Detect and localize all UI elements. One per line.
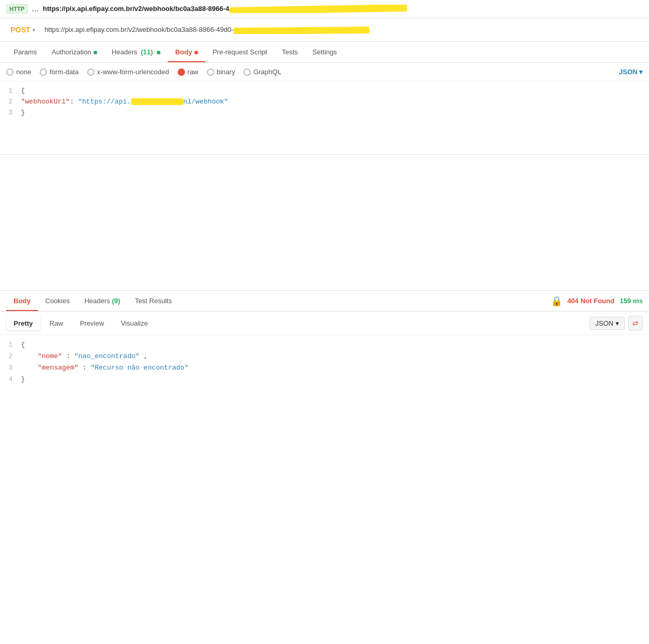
response-json-editor: 1 { 2 "nome" : "nao_encontrado" , 3 "men… — [0, 335, 649, 389]
body-type-graphql[interactable]: GraphQL — [244, 68, 281, 76]
response-tab-body[interactable]: Body — [6, 291, 38, 311]
radio-graphql — [244, 68, 251, 76]
url-text: https://pix.api.efipay.com.br/v2/webhook… — [43, 5, 643, 13]
resp-body-tabs: Pretty Raw Preview Visualize JSON ▾ ⇄ — [0, 312, 649, 335]
resp-line-1: 1 { — [0, 339, 649, 351]
resp-json-format-btn[interactable]: JSON ▾ — [589, 317, 625, 330]
url-dots: ... — [32, 4, 39, 14]
response-tab-cookies[interactable]: Cookies — [38, 291, 77, 311]
resp-format-row: JSON ▾ ⇄ — [589, 316, 643, 330]
resp-line-2: 2 "nome" : "nao_encontrado" , — [0, 351, 649, 362]
body-dot — [194, 51, 198, 54]
url-prefix: https://pix.api.efipay.com.br/v2/webhook… — [43, 5, 229, 13]
code-line-2: 2 "webhookUrl": "https://api.nl/webhook" — [0, 97, 649, 108]
tab-tests[interactable]: Tests — [274, 42, 305, 62]
resp-tab-pretty[interactable]: Pretty — [6, 316, 40, 330]
resp-tab-visualize[interactable]: Visualize — [113, 316, 155, 330]
tab-headers[interactable]: Headers (11) — [105, 42, 168, 62]
tab-pre-request-script[interactable]: Pre-request Script — [205, 42, 275, 62]
radio-form-data — [40, 68, 47, 76]
authorization-dot — [94, 51, 97, 54]
request-tabs-row: Params Authorization Headers (11) Body P… — [0, 42, 649, 63]
editor-spacer — [0, 155, 649, 291]
resp-line-3: 3 "mensagem" : "Recurso não encontrado" — [0, 362, 649, 374]
body-type-urlencoded[interactable]: x-www-form-urlencoded — [87, 68, 169, 76]
url-redacted-method — [234, 26, 369, 33]
url-bar: HTTP ... https://pix.api.efipay.com.br/v… — [0, 0, 649, 18]
method-bar: POST ▾ https://pix.api.efipay.com.br/v2/… — [0, 18, 649, 42]
word-wrap-icon[interactable]: ⇄ — [628, 316, 643, 330]
http-badge: HTTP — [6, 4, 28, 14]
body-type-raw[interactable]: raw — [178, 68, 199, 76]
chevron-down-icon: ▾ — [32, 27, 35, 33]
radio-urlencoded — [87, 68, 95, 76]
tab-params[interactable]: Params — [6, 42, 44, 62]
chevron-json-icon: ▾ — [639, 68, 643, 76]
status-404-text: 404 Not Found — [567, 297, 615, 305]
headers-badge: (11) — [141, 48, 153, 56]
method-label: POST — [10, 26, 30, 34]
resp-tab-raw[interactable]: Raw — [42, 316, 71, 330]
tab-settings[interactable]: Settings — [305, 42, 344, 62]
tab-body[interactable]: Body — [168, 42, 205, 62]
response-tabs-row: Body Cookies Headers (9) Test Results 🔒 … — [0, 291, 649, 312]
url-redacted-bar — [229, 5, 407, 13]
resp-line-4: 4 } — [0, 374, 649, 385]
resp-tab-preview[interactable]: Preview — [73, 316, 111, 330]
request-url: https://pix.api.efipay.com.br/v2/webhook… — [44, 26, 643, 33]
response-time: 159 ms — [620, 297, 643, 305]
response-tab-headers[interactable]: Headers (9) — [77, 291, 128, 311]
headers-dot — [157, 51, 160, 54]
radio-binary — [207, 68, 214, 76]
json-format-dropdown[interactable]: JSON ▾ — [619, 68, 643, 76]
code-line-1: 1 { — [0, 86, 649, 97]
method-select[interactable]: POST ▾ — [6, 24, 39, 36]
tab-authorization[interactable]: Authorization — [44, 42, 105, 62]
radio-none — [6, 68, 14, 76]
response-status: 🔒 404 Not Found 159 ms — [551, 295, 643, 307]
response-tab-test-results[interactable]: Test Results — [128, 291, 179, 311]
response-area: Body Cookies Headers (9) Test Results 🔒 … — [0, 291, 649, 389]
url-highlight — [131, 98, 183, 105]
globe-lock-icon: 🔒 — [551, 295, 562, 307]
code-line-3: 3 } — [0, 108, 649, 119]
body-type-row: none form-data x-www-form-urlencoded raw… — [0, 63, 649, 82]
body-type-binary[interactable]: binary — [207, 68, 235, 76]
radio-raw — [178, 68, 185, 76]
body-type-form-data[interactable]: form-data — [40, 68, 79, 76]
body-type-none[interactable]: none — [6, 68, 31, 76]
request-body-editor[interactable]: 1 { 2 "webhookUrl": "https://api.nl/webh… — [0, 82, 649, 155]
url-method-prefix: https://pix.api.efipay.com.br/v2/webhook… — [44, 26, 234, 33]
response-headers-badge: (9) — [112, 297, 120, 305]
chevron-resp-icon: ▾ — [616, 319, 619, 327]
